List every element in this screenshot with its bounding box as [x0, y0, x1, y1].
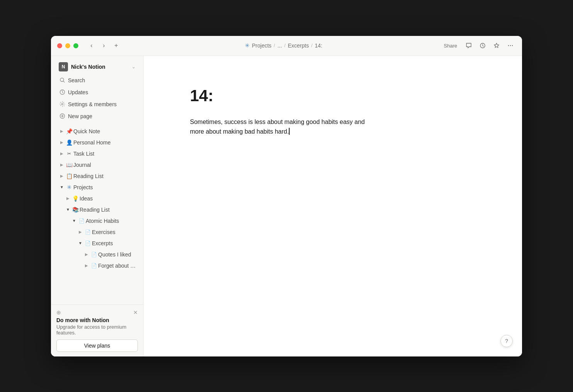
sidebar-item-new-page[interactable]: New page — [54, 110, 140, 122]
traffic-lights — [57, 43, 78, 48]
new-page-label: New page — [68, 113, 92, 119]
projects-icon: ✳ — [66, 184, 73, 191]
quotes-label: Quotes I liked — [98, 251, 131, 258]
quick-note-icon: 📌 — [66, 128, 73, 135]
sidebar-item-atomic-habits[interactable]: ▼ 📄 Atomic Habits — [54, 216, 140, 226]
page-title: 14: — [190, 87, 476, 105]
journal-icon: 📖 — [66, 161, 73, 168]
back-button[interactable]: ‹ — [86, 40, 97, 51]
breadcrumb-sep2: / — [284, 43, 285, 48]
editor-area[interactable]: 14: Sometimes, success is less about mak… — [144, 56, 522, 356]
upgrade-description: Upgrade for access to premium features. — [56, 324, 138, 336]
breadcrumb-projects[interactable]: Projects — [252, 42, 272, 49]
forget-goals-label: Forget about goals, focus on syste... — [98, 263, 137, 269]
sidebar-item-exercises[interactable]: ▶ 📄 Exercises — [54, 227, 140, 238]
exercises-label: Exercises — [92, 229, 115, 235]
upgrade-close-button[interactable]: ✕ — [133, 310, 138, 315]
text-cursor — [289, 128, 290, 135]
settings-icon — [59, 101, 66, 108]
personal-home-icon: 👤 — [66, 139, 73, 146]
forward-button[interactable]: › — [98, 40, 109, 51]
journal-label: Journal — [73, 162, 91, 168]
reading-list-top-icon: 📋 — [66, 173, 73, 180]
search-label: Search — [68, 77, 85, 83]
sidebar-item-search[interactable]: Search — [54, 75, 140, 86]
fullscreen-button[interactable] — [73, 43, 78, 48]
sidebar-item-settings[interactable]: Settings & members — [54, 98, 140, 110]
excerpts-caret: ▼ — [77, 240, 83, 246]
exercises-caret: ▶ — [77, 229, 83, 235]
reading-list-sub-caret: ▼ — [65, 207, 71, 213]
task-list-label: Task List — [73, 151, 94, 157]
excerpts-icon: 📄 — [84, 240, 91, 247]
sidebar-item-updates[interactable]: Updates — [54, 87, 140, 98]
breadcrumb-excerpts[interactable]: Excerpts — [288, 42, 309, 49]
reading-list-sub-label: Reading List — [80, 207, 110, 213]
upgrade-banner-header: ⊕ ✕ — [56, 309, 138, 316]
view-plans-button[interactable]: View plans — [56, 339, 138, 352]
upgrade-icon: ⊕ — [56, 309, 61, 316]
svg-point-1 — [508, 45, 509, 46]
help-button[interactable]: ? — [500, 335, 513, 347]
sidebar-scroll: N Nick's Notion ⌄ Search — [51, 56, 143, 304]
quick-note-caret: ▶ — [59, 128, 65, 134]
task-list-icon: ✂ — [66, 150, 73, 157]
sidebar-item-ideas[interactable]: ▶ 💡 Ideas — [54, 193, 140, 204]
reading-list-top-label: Reading List — [73, 173, 103, 179]
atomic-habits-icon: 📄 — [78, 217, 85, 224]
ideas-icon: 💡 — [72, 195, 79, 202]
sidebar-item-quick-note[interactable]: ▶ 📌 Quick Note — [54, 126, 140, 137]
titlebar: ‹ › + ✳ Projects / ... / Excerpts / 14: … — [51, 36, 522, 56]
quick-note-label: Quick Note — [73, 128, 100, 134]
editor-body[interactable]: Sometimes, success is less about making … — [190, 117, 453, 137]
task-list-caret: ▶ — [59, 151, 65, 157]
main-content: N Nick's Notion ⌄ Search — [51, 56, 522, 356]
breadcrumb-current[interactable]: 14: — [315, 42, 322, 49]
breadcrumb-sep1: / — [274, 43, 275, 48]
quotes-icon: 📄 — [90, 251, 97, 258]
sidebar-item-reading-list-top[interactable]: ▶ 📋 Reading List — [54, 171, 140, 182]
history-button[interactable] — [477, 40, 488, 51]
sidebar-item-reading-list-sub[interactable]: ▼ 📚 Reading List — [54, 204, 140, 215]
journal-caret: ▶ — [59, 162, 65, 168]
settings-label: Settings & members — [68, 101, 117, 107]
breadcrumb-projects-icon: ✳ — [245, 42, 250, 49]
sidebar-item-personal-home[interactable]: ▶ 👤 Personal Home — [54, 137, 140, 148]
forget-goals-caret: ▶ — [83, 263, 90, 269]
share-button[interactable]: Share — [441, 41, 460, 50]
workspace-icon: N — [59, 62, 68, 71]
minimize-button[interactable] — [65, 43, 70, 48]
workspace-header[interactable]: N Nick's Notion ⌄ — [54, 60, 140, 74]
sidebar-item-task-list[interactable]: ▶ ✂ Task List — [54, 148, 140, 159]
sidebar: N Nick's Notion ⌄ Search — [51, 56, 144, 356]
svg-point-6 — [61, 104, 63, 105]
more-button[interactable] — [505, 40, 516, 51]
new-tab-button[interactable]: + — [111, 40, 122, 51]
reading-list-sub-icon: 📚 — [72, 206, 79, 213]
ideas-label: Ideas — [80, 195, 93, 202]
updates-icon — [59, 89, 66, 96]
personal-home-label: Personal Home — [73, 139, 111, 146]
svg-point-3 — [512, 45, 513, 46]
personal-home-caret: ▶ — [59, 139, 65, 146]
sidebar-item-journal[interactable]: ▶ 📖 Journal — [54, 160, 140, 170]
breadcrumb-ellipsis[interactable]: ... — [277, 42, 282, 49]
close-button[interactable] — [57, 43, 62, 48]
atomic-habits-caret: ▼ — [71, 218, 77, 224]
excerpts-label: Excerpts — [92, 240, 113, 246]
projects-label: Projects — [73, 184, 93, 190]
svg-point-2 — [510, 45, 511, 46]
nav-buttons: ‹ › + — [86, 40, 122, 51]
sidebar-item-projects[interactable]: ▼ ✳ Projects — [54, 182, 140, 193]
favorite-button[interactable] — [491, 40, 502, 51]
comment-button[interactable] — [463, 40, 474, 51]
sidebar-item-quotes[interactable]: ▶ 📄 Quotes I liked — [54, 249, 140, 260]
reading-list-top-caret: ▶ — [59, 173, 65, 179]
app-window: ‹ › + ✳ Projects / ... / Excerpts / 14: … — [51, 36, 522, 356]
upgrade-banner: ⊕ ✕ Do more with Notion Upgrade for acce… — [51, 304, 143, 356]
sidebar-item-excerpts[interactable]: ▼ 📄 Excerpts — [54, 238, 140, 249]
editor-text-line2: more about making bad habits hard. — [190, 128, 289, 135]
editor-text-line1: Sometimes, success is less about making … — [190, 119, 365, 125]
updates-label: Updates — [68, 89, 88, 95]
sidebar-item-forget-goals[interactable]: ▶ 📄 Forget about goals, focus on syste..… — [54, 260, 140, 271]
